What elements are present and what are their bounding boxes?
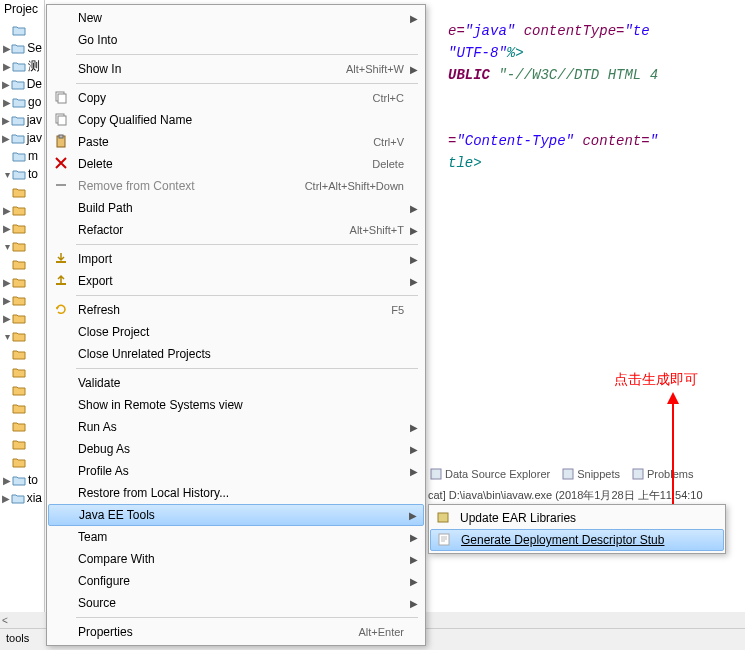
tree-item[interactable]: ▾: [2, 238, 42, 254]
tree-item[interactable]: ▶Se: [2, 40, 42, 56]
tree-item[interactable]: [2, 184, 42, 200]
menu-label: Refactor: [78, 223, 350, 237]
expander-icon[interactable]: ▶: [2, 295, 12, 306]
tree-item[interactable]: [2, 382, 42, 398]
tree-item[interactable]: ▶De: [2, 76, 42, 92]
expander-icon[interactable]: ▾: [2, 241, 12, 252]
tree-item[interactable]: ▶xia: [2, 490, 42, 506]
menu-item-properties[interactable]: PropertiesAlt+Enter: [48, 621, 424, 643]
menu-item-refactor[interactable]: RefactorAlt+Shift+T▶: [48, 219, 424, 241]
tree-item[interactable]: [2, 22, 42, 38]
menu-item-copy[interactable]: CopyCtrl+C: [48, 87, 424, 109]
menu-item-paste[interactable]: PasteCtrl+V: [48, 131, 424, 153]
menu-item-profile-as[interactable]: Profile As▶: [48, 460, 424, 482]
expander-icon[interactable]: ▶: [2, 97, 12, 108]
blank-icon: [54, 346, 72, 362]
expander-icon[interactable]: ▶: [2, 205, 12, 216]
tree-item[interactable]: m: [2, 148, 42, 164]
expander-icon[interactable]: ▾: [2, 331, 12, 342]
submenu-item-update-ear-libraries[interactable]: Update EAR Libraries: [430, 507, 724, 529]
code-token: e=: [448, 23, 465, 39]
expander-icon[interactable]: ▶: [2, 493, 11, 504]
blank-icon: [54, 200, 72, 216]
expander-icon[interactable]: ▶: [2, 475, 12, 486]
menu-item-export[interactable]: Export▶: [48, 270, 424, 292]
tree-item[interactable]: [2, 418, 42, 434]
menu-item-validate[interactable]: Validate: [48, 372, 424, 394]
tree-item[interactable]: ▾to: [2, 166, 42, 182]
tree-item[interactable]: [2, 436, 42, 452]
folder-icon: [12, 275, 26, 289]
folder-icon: [12, 329, 26, 343]
tree-item[interactable]: [2, 346, 42, 362]
menu-item-delete[interactable]: DeleteDelete: [48, 153, 424, 175]
copy-icon: [54, 112, 72, 128]
view-tab-data-source-explorer[interactable]: Data Source Explorer: [430, 468, 550, 480]
menu-label: Java EE Tools: [79, 508, 407, 522]
submenu-arrow-icon: ▶: [407, 510, 417, 521]
menu-item-show-in[interactable]: Show InAlt+Shift+W▶: [48, 58, 424, 80]
menu-item-run-as[interactable]: Run As▶: [48, 416, 424, 438]
view-tab-problems[interactable]: Problems: [632, 468, 693, 480]
import-icon: [54, 251, 72, 267]
tree-item[interactable]: ▶jav: [2, 130, 42, 146]
expander-icon[interactable]: ▶: [2, 223, 12, 234]
folder-icon: [12, 365, 26, 379]
folder-icon: [12, 311, 26, 325]
tree-item[interactable]: [2, 400, 42, 416]
menu-item-show-in-remote-systems-view[interactable]: Show in Remote Systems view: [48, 394, 424, 416]
tree-item-label: to: [28, 473, 38, 487]
menu-item-new[interactable]: New▶: [48, 7, 424, 29]
tree-item[interactable]: ▶测: [2, 58, 42, 74]
menu-item-restore-from-local-history[interactable]: Restore from Local History...: [48, 482, 424, 504]
tree-item-label: m: [28, 149, 38, 163]
tree-item-label: 测: [28, 58, 40, 74]
tree-item[interactable]: ▶: [2, 292, 42, 308]
tree-item[interactable]: ▾: [2, 328, 42, 344]
submenu-item-generate-deployment-descriptor-stub[interactable]: Generate Deployment Descriptor Stub: [430, 529, 724, 551]
tree-item[interactable]: ▶: [2, 274, 42, 290]
expander-icon[interactable]: ▶: [2, 133, 11, 144]
tree-item[interactable]: ▶: [2, 220, 42, 236]
menu-item-compare-with[interactable]: Compare With▶: [48, 548, 424, 570]
tree-item[interactable]: ▶: [2, 202, 42, 218]
expander-icon[interactable]: ▶: [2, 313, 12, 324]
menu-item-java-ee-tools[interactable]: Java EE Tools▶: [48, 504, 424, 526]
menu-item-import[interactable]: Import▶: [48, 248, 424, 270]
blank-icon: [54, 10, 72, 26]
expander-icon[interactable]: ▶: [2, 79, 11, 90]
menu-item-refresh[interactable]: RefreshF5: [48, 299, 424, 321]
tree-item[interactable]: [2, 256, 42, 272]
tree-item[interactable]: [2, 454, 42, 470]
menu-item-build-path[interactable]: Build Path▶: [48, 197, 424, 219]
tree-item[interactable]: ▶go: [2, 94, 42, 110]
menu-label: Source: [78, 596, 408, 610]
menu-shortcut: Ctrl+Alt+Shift+Down: [305, 180, 404, 192]
menu-item-source[interactable]: Source▶: [48, 592, 424, 614]
code-token: %>: [507, 45, 524, 61]
expander-icon[interactable]: ▶: [2, 61, 12, 72]
tab-icon: [632, 468, 644, 480]
view-tab-snippets[interactable]: Snippets: [562, 468, 620, 480]
tree-item[interactable]: [2, 364, 42, 380]
menu-item-close-unrelated-projects[interactable]: Close Unrelated Projects: [48, 343, 424, 365]
menu-item-close-project[interactable]: Close Project: [48, 321, 424, 343]
expander-icon[interactable]: ▶: [2, 115, 11, 126]
expander-icon[interactable]: ▾: [2, 169, 12, 180]
tree-item[interactable]: ▶jav: [2, 112, 42, 128]
folder-icon: [12, 293, 26, 307]
folder-icon: [12, 221, 26, 235]
menu-label: Compare With: [78, 552, 408, 566]
menu-item-debug-as[interactable]: Debug As▶: [48, 438, 424, 460]
scroll-left-indicator: <: [2, 615, 8, 626]
tree-item[interactable]: ▶to: [2, 472, 42, 488]
menu-item-copy-qualified-name[interactable]: Copy Qualified Name: [48, 109, 424, 131]
expander-icon[interactable]: ▶: [2, 43, 11, 54]
project-tree[interactable]: ▶Se▶测▶De▶go▶jav▶javm▾to▶▶▾▶▶▶▾▶to▶xia: [0, 18, 44, 512]
menu-item-configure[interactable]: Configure▶: [48, 570, 424, 592]
expander-icon[interactable]: ▶: [2, 277, 12, 288]
tree-item[interactable]: ▶: [2, 310, 42, 326]
menu-item-go-into[interactable]: Go Into: [48, 29, 424, 51]
menu-item-team[interactable]: Team▶: [48, 526, 424, 548]
annotation-text: 点击生成即可: [614, 371, 698, 389]
